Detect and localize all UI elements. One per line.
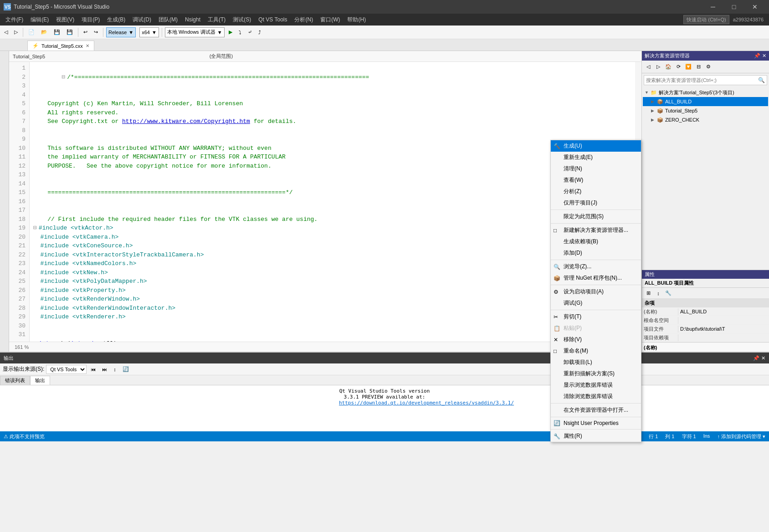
ctx-view[interactable]: 查看(W) xyxy=(551,174,641,186)
ctx-build[interactable]: 🔨 生成(U) xyxy=(551,140,641,152)
toolbar-step-into[interactable]: ⤶ xyxy=(246,27,254,37)
ctx-rename[interactable]: □ 重命名(M) xyxy=(551,345,641,357)
tree-item-all-build[interactable]: ▶ 📦 ALL_BUILD xyxy=(643,97,768,106)
ctx-browse-label: 浏览导(Z)... xyxy=(564,263,591,271)
ctx-debug[interactable]: 调试(G) xyxy=(551,297,641,309)
ctx-show-browse-errors[interactable]: 显示浏览数据库错误 xyxy=(551,379,641,391)
quick-search-input[interactable]: 快速启动 (Ctrl+Q) xyxy=(687,16,726,23)
error-list-tab[interactable]: 错误列表 xyxy=(0,376,30,385)
ctx-open-file-explorer[interactable]: 在文件资源管理器中打开... xyxy=(551,404,641,416)
menu-qtvs[interactable]: Qt VS Tools xyxy=(255,14,291,26)
menu-tools[interactable]: 工具(T) xyxy=(204,14,229,26)
breadcrumb-project[interactable]: Tutorial_Step5 xyxy=(13,54,45,59)
zero-arrow: ▶ xyxy=(651,118,656,122)
se-settings-btn[interactable]: ⚙ xyxy=(704,62,713,72)
panel-pin-icon[interactable]: 📌 xyxy=(754,53,760,59)
toolbar-step-over[interactable]: ⤵ xyxy=(236,27,244,37)
solution-root[interactable]: ▼ 📁 解决方案'Tutorial_Step5'(3个项目) xyxy=(643,88,768,97)
ctx-nsight-props[interactable]: 🔄 Nsight User Properties xyxy=(551,418,641,428)
toolbar-redo[interactable]: ↪ xyxy=(92,27,100,37)
status-action[interactable]: ↑ 添加到源代码管理 ▾ xyxy=(717,433,765,440)
menu-team[interactable]: 团队(M) xyxy=(155,14,181,26)
restore-button[interactable]: □ xyxy=(723,0,744,14)
build-config-dropdown[interactable]: Release ▼ xyxy=(106,27,136,37)
toolbar-open[interactable]: 📂 xyxy=(39,27,50,37)
toolbar-back[interactable]: ◁ xyxy=(2,27,10,37)
tab-close-icon[interactable]: ✕ xyxy=(86,43,89,48)
se-sync-btn[interactable]: ⟳ xyxy=(674,62,683,72)
platform-dropdown[interactable]: x64 ▼ xyxy=(139,27,159,37)
output-btn4[interactable]: 🔄 xyxy=(120,364,131,374)
ctx-new-explorer[interactable]: □ 新建解决方案资源管理器... xyxy=(551,225,641,236)
menu-window[interactable]: 窗口(W) xyxy=(317,14,343,26)
ctx-cut[interactable]: ✂ 剪切(T) xyxy=(551,311,641,322)
se-filter-btn[interactable]: 🔽 xyxy=(684,62,693,72)
ctx-properties[interactable]: 🔧 属性(R) xyxy=(551,430,641,442)
ctx-properties-label: 属性(R) xyxy=(564,432,582,440)
ctx-rescan[interactable]: 重新扫描解决方案(S) xyxy=(551,368,641,379)
props-wrench-btn[interactable]: 🔧 xyxy=(664,289,673,298)
se-forward-btn[interactable]: ▷ xyxy=(654,62,663,72)
solution-search-input[interactable] xyxy=(646,77,758,83)
ctx-clear-browse-errors[interactable]: 清除浏览数据库错误 xyxy=(551,391,641,402)
solution-icon: 📁 xyxy=(650,89,657,96)
debug-target-dropdown[interactable]: 本地 Windows 调试器 ▼ xyxy=(165,27,225,37)
output-pin-icon[interactable]: 📌 xyxy=(753,355,759,361)
solution-search-box[interactable]: 🔍 xyxy=(644,75,767,85)
ctx-nuget[interactable]: 📦 管理 NuGet 程序包(N)... xyxy=(551,272,641,284)
ctx-clean[interactable]: 清理(N) xyxy=(551,163,641,174)
menu-debug[interactable]: 调试(D) xyxy=(129,14,155,26)
toolbar-forward[interactable]: ▷ xyxy=(12,27,20,37)
toolbar-start-debug[interactable]: ▶ xyxy=(226,27,235,37)
output-tab[interactable]: 输出 xyxy=(30,376,50,385)
tab-file-icon: ⚡ xyxy=(32,43,39,49)
menu-help[interactable]: 帮助(H) xyxy=(343,14,369,26)
props-grid-btn[interactable]: ⊞ xyxy=(644,289,653,298)
ctx-add[interactable]: 添加(D) xyxy=(551,247,641,259)
menu-nsight[interactable]: Nsight xyxy=(181,14,204,26)
output-link[interactable]: https://download.qt.io/development_relea… xyxy=(339,400,514,406)
menu-build[interactable]: 生成(B) xyxy=(103,14,129,26)
output-btn3[interactable]: ↕ xyxy=(111,364,118,374)
debug-target-arrow: ▼ xyxy=(217,30,222,35)
menu-file[interactable]: 文件(F) xyxy=(2,14,27,26)
menu-edit[interactable]: 编辑(E) xyxy=(27,14,52,26)
output-source-select[interactable]: Qt VS Tools xyxy=(46,365,87,374)
menu-analyze[interactable]: 分析(N) xyxy=(291,14,317,26)
close-button[interactable]: ✕ xyxy=(744,0,765,14)
output-btn2[interactable]: ⏭ xyxy=(100,364,109,374)
toolbar-save[interactable]: 💾 xyxy=(51,27,62,37)
ctx-analyze[interactable]: 分析(Z) xyxy=(551,186,641,197)
minimize-button[interactable]: ─ xyxy=(702,0,723,14)
ctx-build-deps[interactable]: 生成依赖项(B) xyxy=(551,236,641,247)
ctx-browse[interactable]: 🔍 浏览导(Z)... xyxy=(551,261,641,272)
tab-tutorial-step5-cxx[interactable]: ⚡ Tutorial_Step5.cxx ✕ xyxy=(27,41,94,51)
ctx-paste[interactable]: 📋 粘贴(P) xyxy=(551,322,641,334)
menu-test[interactable]: 测试(S) xyxy=(229,14,255,26)
se-collapse-btn[interactable]: ⊟ xyxy=(694,62,703,72)
code-content[interactable]: ⊟/*=====================================… xyxy=(30,62,635,342)
toolbar-save-all[interactable]: 💾 xyxy=(64,27,75,37)
zoom-level[interactable]: 161 % xyxy=(13,344,31,350)
tree-item-zero[interactable]: ▶ 📦 ZERO_CHECK xyxy=(643,115,768,124)
ctx-remove[interactable]: ✕ 移除(V) xyxy=(551,334,641,345)
output-btn1[interactable]: ⏮ xyxy=(88,364,98,374)
output-close-icon[interactable]: ✕ xyxy=(761,355,765,361)
ctx-scope[interactable]: 限定为此范围(S) xyxy=(551,211,641,222)
se-home-btn[interactable]: 🏠 xyxy=(664,62,673,72)
toolbar-new[interactable]: 📄 xyxy=(26,27,37,37)
toolbar-step-out[interactable]: ⤴ xyxy=(256,27,263,37)
toolbar-undo[interactable]: ↩ xyxy=(81,27,90,37)
breadcrumb-scope[interactable]: (全局范围) xyxy=(210,53,233,60)
panel-close-icon[interactable]: ✕ xyxy=(762,53,766,59)
ctx-set-startup[interactable]: ⚙ 设为启动项目(A) xyxy=(551,286,641,297)
se-back-btn[interactable]: ◁ xyxy=(644,62,653,72)
menu-view[interactable]: 视图(V) xyxy=(52,14,78,26)
ctx-rebuild[interactable]: 重新生成(E) xyxy=(551,152,641,163)
menu-project[interactable]: 项目(P) xyxy=(78,14,103,26)
startup-icon: ⚙ xyxy=(554,289,559,295)
ctx-unload[interactable]: 卸载项目(L) xyxy=(551,357,641,368)
tree-item-tutorial[interactable]: ▶ 📦 Tutorial_Step5 xyxy=(643,106,768,115)
props-sort-btn[interactable]: ↕ xyxy=(654,289,663,298)
ctx-project-only[interactable]: 仅用于项目(J) xyxy=(551,197,641,209)
